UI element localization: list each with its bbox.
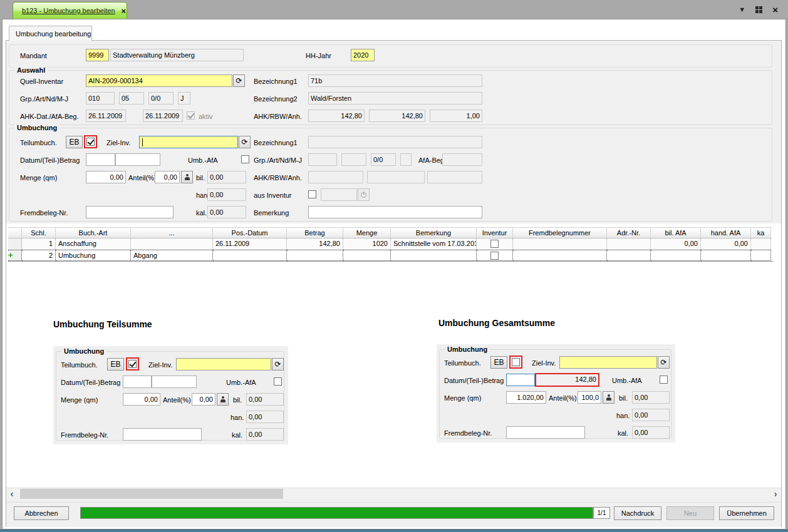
column-header[interactable]: ka xyxy=(751,227,771,238)
gs-anteil-calc-button[interactable] xyxy=(603,391,614,404)
table-cell[interactable] xyxy=(391,250,477,261)
horizontal-scrollbar[interactable]: ‹ › xyxy=(6,488,781,499)
scrollbar-thumb[interactable] xyxy=(20,489,283,499)
table-cell[interactable]: 2 xyxy=(22,250,56,261)
row-selector[interactable] xyxy=(8,238,22,250)
table-cell[interactable] xyxy=(513,238,607,250)
inventur-checkbox[interactable] xyxy=(490,240,499,248)
ts-eb-button[interactable]: EB xyxy=(107,358,124,371)
table-cell[interactable]: 1020 xyxy=(343,238,391,250)
ts-ziel-inv-field[interactable] xyxy=(176,358,271,371)
column-header[interactable]: Pos.-Datum xyxy=(213,227,287,238)
betrag-field[interactable] xyxy=(115,153,160,166)
gs-fremdbeleg-field[interactable] xyxy=(506,426,585,439)
tab-close-icon[interactable]: × xyxy=(122,7,127,15)
scroll-left-arrow[interactable]: ‹ xyxy=(6,488,18,499)
column-header[interactable]: Menge xyxy=(343,227,391,238)
menge-field[interactable]: 0,00 xyxy=(86,171,126,183)
window-close-icon[interactable]: × xyxy=(772,5,778,14)
fremdbeleg-field[interactable] xyxy=(86,206,174,218)
column-header[interactable]: Inventur xyxy=(477,227,513,238)
table-cell[interactable]: 26.11.2009 xyxy=(213,238,287,250)
table-cell[interactable] xyxy=(701,250,751,261)
ts-umb-afa-checkbox[interactable] xyxy=(274,377,282,386)
table-cell[interactable]: Umbuchung xyxy=(56,250,131,261)
table-row[interactable]: +2UmbuchungAbgang xyxy=(8,250,774,261)
fremdbeleg-label: Fremdbeleg-Nr. xyxy=(20,207,68,219)
gs-ziel-inv-field[interactable] xyxy=(559,356,657,369)
hh-jahr-field[interactable]: 2020 xyxy=(351,49,375,61)
quell-inventar-field[interactable]: AIN-2009-000134 xyxy=(86,74,232,87)
gs-refresh-button[interactable]: ⟳ xyxy=(658,356,670,369)
table-cell[interactable] xyxy=(607,250,651,261)
document-tab[interactable]: b123 - Umbuchung bearbeiten × xyxy=(13,2,127,19)
table-cell[interactable]: 1 xyxy=(22,238,56,250)
column-header[interactable]: Betrag xyxy=(287,227,343,238)
ziel-inv-refresh-button[interactable]: ⟳ xyxy=(239,136,251,148)
nachdruck-button[interactable]: Nachdruck xyxy=(614,506,661,520)
column-header[interactable]: Adr.-Nr. xyxy=(607,227,651,238)
gs-teilumbuch-checkbox[interactable] xyxy=(512,358,520,366)
table-cell[interactable] xyxy=(651,250,701,261)
window-menu-icon[interactable]: ▼ xyxy=(739,6,745,13)
column-header[interactable]: Fremdbelegnummer xyxy=(513,227,607,238)
umb-afa-checkbox[interactable] xyxy=(241,155,249,163)
ts-refresh-button[interactable]: ⟳ xyxy=(272,358,284,371)
table-cell[interactable] xyxy=(751,250,771,261)
table-cell[interactable]: 0,00 xyxy=(651,238,701,250)
table-cell[interactable] xyxy=(751,238,771,250)
column-header[interactable]: Bemerkung xyxy=(391,227,477,238)
table-cell[interactable] xyxy=(287,250,343,261)
mandant-code-field[interactable]: 9999 xyxy=(86,49,109,61)
table-cell[interactable] xyxy=(131,238,213,250)
anteil-calc-button[interactable] xyxy=(181,171,193,183)
ts-anteil-field[interactable]: 0,00 xyxy=(192,393,215,406)
table-cell[interactable] xyxy=(513,250,607,261)
table-cell[interactable] xyxy=(607,238,651,250)
aus-inventur-checkbox[interactable] xyxy=(308,190,316,198)
ts-datum-field[interactable] xyxy=(123,376,152,388)
gs-anteil-field[interactable]: 100,0 xyxy=(578,391,601,404)
ts-menge-field[interactable]: 0,00 xyxy=(123,393,160,406)
table-row[interactable]: 1Anschaffung26.11.2009142,801020Schnitts… xyxy=(8,238,774,250)
anteil-field[interactable]: 0,00 xyxy=(155,171,180,183)
eb-button[interactable]: EB xyxy=(66,136,83,148)
ts-teilumbuch-checkbox[interactable] xyxy=(128,360,137,368)
gs-eb-button[interactable]: EB xyxy=(490,356,507,369)
teilumbuch-checkbox[interactable] xyxy=(86,138,95,146)
table-cell[interactable]: Abgang xyxy=(131,250,213,261)
uebernehmen-button[interactable]: Übernehmen xyxy=(719,506,774,520)
column-header[interactable]: hand. AfA xyxy=(701,227,751,238)
table-cell[interactable] xyxy=(477,238,513,250)
ts-fremdbeleg-field[interactable] xyxy=(123,428,202,441)
abbrechen-button[interactable]: Abbrechen xyxy=(14,506,69,520)
page-tab[interactable]: Umbuchung bearbeitung xyxy=(9,26,92,41)
quell-inventar-refresh-button[interactable]: ⟳ xyxy=(233,74,245,87)
column-header[interactable]: Schl. xyxy=(22,227,56,238)
table-cell[interactable] xyxy=(213,250,287,261)
gs-umb-afa-checkbox[interactable] xyxy=(660,376,668,384)
table-cell[interactable] xyxy=(343,250,391,261)
column-header[interactable]: ... xyxy=(131,227,213,238)
table-cell[interactable]: 142,80 xyxy=(287,238,343,250)
table-cell[interactable] xyxy=(477,250,513,261)
column-header[interactable] xyxy=(8,227,22,238)
row-selector[interactable]: + xyxy=(8,250,22,261)
table-cell[interactable]: 0,00 xyxy=(701,238,751,250)
scroll-right-arrow[interactable]: › xyxy=(770,488,781,499)
ziel-inv-field[interactable] xyxy=(139,136,238,148)
table-cell[interactable]: Anschaffung xyxy=(56,238,131,250)
gs-betrag-field[interactable]: 142,80 xyxy=(535,373,599,387)
ts-betrag-field[interactable] xyxy=(152,376,197,388)
gs-menge-field[interactable]: 1.020,00 xyxy=(506,391,546,404)
bemerkung-field[interactable] xyxy=(308,206,482,218)
datum-field[interactable] xyxy=(86,153,115,166)
table-cell[interactable]: Schnittstelle vom 17.03.2015 xyxy=(391,238,477,250)
inventur-checkbox[interactable] xyxy=(490,252,499,260)
gs-datum-field[interactable] xyxy=(506,374,535,386)
window-tile-icon[interactable] xyxy=(755,6,762,13)
ts-fremdbeleg-label: Fremdbeleg-Nr. xyxy=(61,429,108,441)
ts-anteil-calc-button[interactable] xyxy=(217,393,229,406)
column-header[interactable]: bil. AfA xyxy=(651,227,701,238)
column-header[interactable]: Buch.-Art xyxy=(56,227,131,238)
